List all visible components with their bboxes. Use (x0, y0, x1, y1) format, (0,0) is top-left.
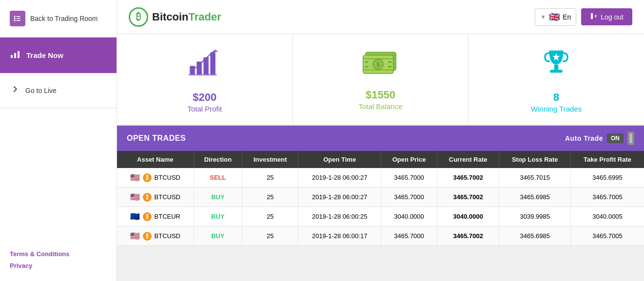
auto-trade-toggle[interactable]: ON (607, 133, 624, 143)
svg-rect-5 (17, 20, 20, 21)
main-content: ₿ BitcoinTrader ▼ 🇬🇧 En Log out (117, 0, 644, 281)
balance-value: $1550 (366, 89, 395, 101)
asset-cell: 🇪🇺 ₿ BTCEUR (117, 207, 194, 226)
back-icon (10, 11, 25, 26)
open-price-cell: 3465.7000 (381, 226, 437, 246)
auto-trade-label: Auto Trade (565, 134, 603, 142)
asset-cell: 🇺🇸 ₿ BTCUSD (117, 226, 194, 246)
flag-icon: 🇪🇺 (130, 212, 140, 221)
profit-label: Total Profit (187, 105, 222, 113)
direction-value: BUY (211, 213, 224, 220)
svg-rect-27 (365, 66, 368, 68)
trades-header: OPEN TRADES Auto Trade ON (117, 126, 644, 151)
asset-cell: 🇺🇸 ₿ BTCUSD (117, 187, 194, 207)
language-selector[interactable]: ▼ 🇬🇧 En (535, 8, 576, 26)
current-rate-cell: 3040.0000 (437, 207, 499, 226)
svg-rect-6 (11, 55, 13, 58)
flag-icon: 🇺🇸 (130, 192, 140, 202)
winning-trades-card: 8 Winning Trades (468, 34, 644, 125)
logout-icon (590, 12, 598, 21)
lang-label: En (563, 13, 571, 21)
flag-icon: 🇺🇸 (130, 231, 140, 241)
stop-loss-cell: 3465.6985 (499, 187, 571, 207)
svg-text:$: $ (376, 61, 380, 68)
open-price-cell: 3465.7000 (381, 168, 437, 187)
investment-cell: 25 (242, 168, 298, 187)
flag-icon: 🇬🇧 (549, 12, 560, 22)
svg-rect-31 (554, 65, 559, 70)
direction-cell: BUY (194, 187, 242, 207)
direction-cell: SELL (194, 168, 242, 187)
table-row: 🇺🇸 ₿ BTCUSD SELL 25 2019-1-28 06:00:27 3… (117, 168, 644, 187)
svg-rect-28 (388, 66, 391, 68)
balance-money-icon: $ (361, 48, 400, 84)
current-rate-cell: 3465.7002 (437, 168, 499, 187)
svg-point-2 (14, 20, 16, 21)
stop-loss-cell: 3039.9985 (499, 207, 571, 226)
direction-cell: BUY (194, 226, 242, 246)
open-time-cell: 2019-1-28 06:00:27 (298, 168, 381, 187)
asset-cell: 🇺🇸 ₿ BTCUSD (117, 168, 194, 187)
toggle-handle[interactable] (627, 131, 634, 145)
investment-cell: 25 (242, 187, 298, 207)
logo-bitcoin-text: BitcoinTrader (152, 11, 221, 23)
col-current-rate: Current Rate (437, 151, 499, 168)
investment-cell: 25 (242, 226, 298, 246)
col-take-profit: Take Profit Rate (571, 151, 644, 168)
auto-trade-control: Auto Trade ON (565, 131, 634, 145)
total-balance-card: $ $1550 Total Balance (293, 34, 469, 125)
terms-link[interactable]: Terms & Conditions (10, 250, 70, 258)
direction-value: SELL (210, 174, 226, 181)
table-row: 🇪🇺 ₿ BTCEUR BUY 25 2019-1-28 06:00:25 30… (117, 207, 644, 226)
chevron-down-icon: ▼ (540, 14, 546, 20)
toggle-label: ON (611, 135, 620, 142)
go-to-live-item[interactable]: Go to Live (0, 73, 117, 108)
winning-value: 8 (553, 91, 559, 104)
col-open-time: Open Time (298, 151, 381, 168)
svg-rect-32 (550, 70, 563, 73)
back-label: Back to Trading Room (30, 15, 98, 22)
sidebar-footer: Terms & Conditions Privacy (0, 239, 117, 281)
stats-row: $200 Total Profit (117, 34, 644, 126)
btc-icon: ₿ (143, 232, 152, 241)
table-header-row: Asset Name Direction Investment Open Tim… (117, 151, 644, 168)
svg-point-1 (14, 18, 16, 19)
trade-now-label: Trade Now (26, 51, 63, 59)
bar-chart-icon (10, 48, 21, 62)
winning-label: Winning Trades (531, 105, 582, 113)
profit-chart-icon (188, 46, 222, 86)
direction-cell: BUY (194, 207, 242, 226)
logo: ₿ BitcoinTrader (129, 7, 221, 27)
asset-name: BTCUSD (155, 174, 180, 181)
asset-name: BTCUSD (155, 193, 180, 201)
header-right: ▼ 🇬🇧 En Log out (535, 8, 632, 26)
asset-name: BTCEUR (155, 213, 180, 220)
header: ₿ BitcoinTrader ▼ 🇬🇧 En Log out (117, 0, 644, 34)
content-area: $200 Total Profit (117, 34, 644, 281)
logo-circle-icon: ₿ (129, 7, 148, 27)
privacy-link[interactable]: Privacy (10, 262, 32, 269)
trades-section: OPEN TRADES Auto Trade ON Asset Name Dir… (117, 126, 644, 246)
take-profit-cell: 3465.6995 (571, 168, 644, 187)
go-live-label: Go to Live (25, 87, 57, 94)
col-direction: Direction (194, 151, 242, 168)
logout-label: Log out (601, 13, 624, 21)
btc-icon: ₿ (143, 212, 152, 221)
current-rate-cell: 3465.7002 (437, 187, 499, 207)
open-time-cell: 2019-1-28 06:00:25 (298, 207, 381, 226)
trade-now-item[interactable]: Trade Now (0, 37, 117, 73)
trades-table: Asset Name Direction Investment Open Tim… (117, 151, 644, 246)
col-asset: Asset Name (117, 151, 194, 168)
logout-button[interactable]: Log out (581, 8, 632, 25)
svg-rect-8 (18, 51, 20, 58)
sidebar: Back to Trading Room Trade Now Go to Liv… (0, 0, 117, 281)
table-row: 🇺🇸 ₿ BTCUSD BUY 25 2019-1-28 06:00:17 34… (117, 226, 644, 246)
investment-cell: 25 (242, 207, 298, 226)
svg-point-0 (14, 16, 16, 17)
take-profit-cell: 3040.0005 (571, 207, 644, 226)
col-open-price: Open Price (381, 151, 437, 168)
btc-icon: ₿ (143, 193, 152, 202)
back-to-trading-room[interactable]: Back to Trading Room (0, 0, 117, 37)
direction-value: BUY (211, 193, 224, 201)
svg-rect-25 (365, 61, 368, 63)
